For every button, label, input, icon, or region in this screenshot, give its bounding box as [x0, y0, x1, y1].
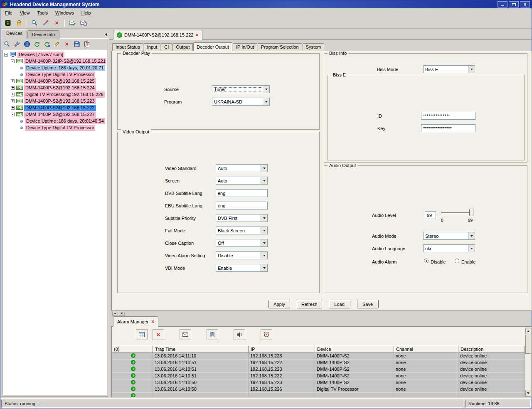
audio-alarm-disable-radio[interactable] [424, 259, 429, 263]
tab-input-status[interactable]: Input Status [112, 43, 143, 51]
column-description[interactable]: Description [458, 345, 525, 353]
tab-program-selection[interactable]: Program Selection [258, 43, 302, 51]
dvb-subtitle-lang-input[interactable] [216, 189, 268, 197]
delete-device-button[interactable]: × [62, 40, 71, 48]
minimize-button[interactable] [498, 1, 507, 7]
expand-icon[interactable] [11, 106, 15, 110]
horizontal-splitter[interactable] [111, 311, 532, 316]
video-standard-select[interactable]: Auto [216, 164, 268, 172]
chevron-down-icon[interactable] [261, 252, 267, 259]
tab-device-info[interactable]: Device Info [27, 30, 59, 39]
table-row[interactable]: 13.06.2016 14:10:50 192.168.15.223 DMM-1… [112, 379, 525, 386]
scroll-down-icon[interactable] [525, 390, 531, 396]
chevron-down-icon[interactable] [261, 239, 267, 246]
maximize-button[interactable] [509, 1, 519, 7]
lock-button[interactable] [14, 18, 25, 28]
tree-node[interactable]: Device Uptime :186 days, 20:01:20.71 [4, 64, 106, 71]
menu-file[interactable]: File [1, 9, 16, 17]
table-row[interactable]: 13.06.2016 14:11:10 192.168.15.223 DMM-1… [112, 353, 525, 360]
table-row[interactable] [112, 393, 525, 397]
subtitle-priority-select[interactable]: DVB First [216, 214, 268, 222]
tree-node[interactable]: Device Type:Digital TV Processor [4, 124, 106, 131]
chevron-down-icon[interactable] [468, 232, 475, 239]
collapse-icon[interactable] [4, 53, 8, 57]
refresh-button[interactable] [32, 40, 42, 48]
alarm-sound-button[interactable] [234, 329, 245, 340]
chevron-down-icon[interactable] [261, 214, 267, 222]
biss-id-input[interactable] [421, 112, 475, 120]
load-button[interactable]: Load [329, 300, 350, 308]
menu-tools[interactable]: Tools [33, 9, 52, 17]
biss-mode-select[interactable]: Biss E [423, 65, 475, 73]
audio-level-slider[interactable] [441, 209, 473, 217]
menu-windows[interactable]: Windows [52, 9, 78, 17]
splitter-down-icon[interactable] [119, 312, 125, 315]
tree-node[interactable]: Device Type:Digital TV Processor [4, 71, 106, 78]
apply-button[interactable]: Apply [268, 300, 290, 308]
video-alarm-setting-select[interactable]: Disable [216, 251, 268, 259]
tree-node[interactable]: DMM-1400P-S2@192.168.15.224 [4, 84, 106, 91]
chevron-down-icon[interactable] [468, 66, 475, 73]
tree-node[interactable]: Digital TV Processor@192.168.15.226 [4, 91, 106, 98]
screen-select[interactable]: Auto [216, 177, 268, 185]
program-select[interactable]: UKRAINA-SD [212, 98, 270, 106]
column-channel[interactable]: Channel [394, 345, 458, 353]
column-device[interactable]: Device [315, 345, 394, 353]
tab-input[interactable]: Input [144, 43, 160, 51]
audio-mode-select[interactable]: Stereo [423, 232, 475, 240]
biss-key-input[interactable] [421, 124, 475, 132]
refresh-button[interactable]: Refresh [297, 300, 322, 308]
expand-icon[interactable] [11, 93, 15, 96]
audio-level-input[interactable] [425, 211, 436, 219]
close-tab-icon[interactable]: × [151, 319, 154, 325]
tab-device-document[interactable]: DMM-1400P-S2@192.168.15.222 × [113, 30, 202, 40]
expand-icon[interactable] [11, 99, 15, 103]
expand-icon[interactable] [11, 86, 15, 90]
tab-devices[interactable]: Devices [2, 29, 27, 39]
chevron-down-icon[interactable] [261, 227, 267, 234]
ebu-subtitle-lang-input[interactable] [216, 202, 268, 209]
wizard-button[interactable] [40, 18, 51, 28]
chevron-down-icon[interactable] [261, 177, 267, 184]
refresh-all-button[interactable] [42, 40, 52, 48]
alarm-scrollbar[interactable] [525, 328, 532, 397]
audio-language-select[interactable]: ukr [423, 244, 475, 252]
expand-icon[interactable] [11, 79, 15, 83]
table-row[interactable]: 13.06.2016 14:10:51 192.168.15.222 DMM-1… [112, 360, 525, 366]
mail-view-button[interactable] [78, 18, 89, 28]
close-button[interactable]: × [520, 1, 530, 7]
collapse-icon[interactable] [11, 59, 15, 63]
zoom-button[interactable] [29, 18, 40, 28]
tree-node[interactable]: DMM-1400P-S2@192.168.15.223 [4, 98, 106, 104]
menu-view[interactable]: View [16, 9, 34, 17]
mail-check-button[interactable] [67, 18, 78, 28]
config-device-button[interactable] [12, 40, 22, 48]
tab-decoder-output[interactable]: Decoder Output [193, 42, 232, 51]
splitter-up-icon[interactable] [112, 312, 118, 315]
search-device-button[interactable] [2, 40, 12, 48]
slider-handle[interactable] [469, 209, 473, 216]
tree-node[interactable]: DMM-1400P-S2@192.168.15.225 [4, 78, 106, 84]
menu-help[interactable]: Help [78, 9, 95, 17]
column-trap-time[interactable]: Trap Time [153, 345, 249, 353]
collapse-left-panel-icon[interactable] [104, 32, 108, 37]
tab-system[interactable]: System [303, 43, 325, 51]
chevron-down-icon[interactable] [263, 98, 269, 105]
tab-ci[interactable]: CI [161, 43, 172, 51]
tree-node[interactable]: DMM-1400P-32IP-S2@192.168.15.221 [4, 58, 106, 64]
alarm-clear-button[interactable] [207, 329, 218, 340]
report-button[interactable] [82, 40, 91, 48]
tree-node-selected[interactable]: DMM-1400P-S2@192.168.15.222 [4, 104, 106, 111]
column-ip[interactable]: IP [249, 345, 315, 353]
edit-device-button[interactable] [52, 40, 62, 48]
chevron-down-icon[interactable] [261, 264, 267, 271]
scroll-up-icon[interactable] [525, 328, 531, 334]
tab-alarm-manager[interactable]: Alarm Manager × [113, 316, 158, 327]
table-row[interactable]: 13.06.2016 14:10:51 192.168.15.223 DMM-1… [112, 366, 525, 373]
scrollbar-thumb[interactable] [525, 335, 531, 354]
tab-ip-in-out[interactable]: IP In/Out [233, 43, 257, 51]
device-info-button[interactable] [22, 40, 32, 48]
vbi-mode-select[interactable]: Enable [216, 264, 268, 272]
audio-alarm-enable-radio[interactable] [455, 259, 459, 263]
collapse-icon[interactable] [11, 113, 15, 116]
